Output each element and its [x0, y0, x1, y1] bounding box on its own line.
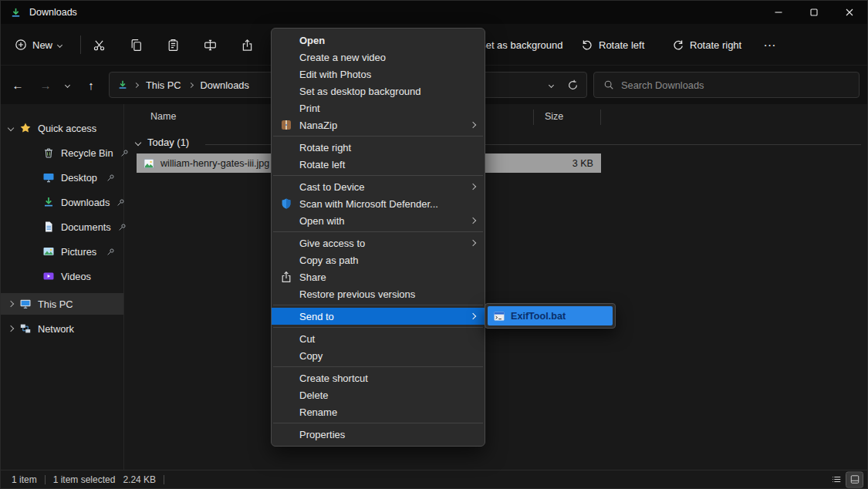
- sidebar-item-this-pc[interactable]: This PC: [1, 293, 123, 315]
- context-menu-item-open[interactable]: Open: [272, 32, 485, 49]
- sidebar-item-label: Documents: [61, 221, 111, 233]
- sidebar-item-label: Downloads: [61, 197, 110, 208]
- context-menu-item-copy-as-path[interactable]: Copy as path: [272, 251, 485, 268]
- context-menu-item-copy[interactable]: Copy: [272, 347, 485, 364]
- file-name: william-henry-gates-iii.jpg: [160, 158, 269, 169]
- sidebar-item-network[interactable]: Network: [1, 318, 123, 339]
- context-menu-item-nanazip[interactable]: NanaZip: [272, 116, 485, 133]
- sidebar-item-downloads[interactable]: Downloads: [1, 191, 123, 213]
- up-button[interactable]: ↑: [80, 72, 102, 98]
- file-explorer-window: Downloads New Set as background Rotate l…: [0, 0, 868, 489]
- pin-icon: [106, 173, 116, 183]
- titlebar: Downloads: [1, 1, 867, 24]
- details-view-icon: [831, 474, 842, 485]
- submenu-item-exiftool-bat[interactable]: ExifTool.bat: [488, 306, 613, 325]
- menu-item-label: Edit with Photos: [299, 69, 371, 80]
- context-menu-item-share[interactable]: Share: [272, 268, 485, 285]
- submenu-arrow-icon: [470, 184, 476, 190]
- menu-separator: [273, 366, 483, 367]
- maximize-button[interactable]: [796, 1, 832, 24]
- sidebar-item-documents[interactable]: Documents: [1, 216, 123, 238]
- status-bar: 1 item 1 item selected 2.24 KB: [1, 470, 867, 488]
- recent-locations-button[interactable]: [59, 72, 75, 98]
- group-collapse-chevron-icon[interactable]: [135, 139, 141, 145]
- context-menu-item-give-access-to[interactable]: Give access to: [272, 234, 485, 251]
- copy-button[interactable]: [122, 31, 150, 59]
- address-dropdown-icon[interactable]: [549, 82, 554, 87]
- close-button[interactable]: [832, 1, 867, 24]
- set-as-background-button[interactable]: Set as background: [479, 31, 562, 59]
- context-menu-item-open-with[interactable]: Open with: [272, 212, 485, 229]
- context-menu-item-rotate-left[interactable]: Rotate left: [272, 156, 485, 173]
- menu-item-label: Cut: [299, 333, 315, 345]
- submenu-arrow-icon: [470, 240, 476, 246]
- rotate-right-icon: [672, 39, 684, 51]
- context-menu-item-edit-with-photos[interactable]: Edit with Photos: [272, 66, 485, 83]
- sidebar-item-recycle-bin[interactable]: Recycle Bin: [1, 142, 123, 164]
- rotate-left-icon: [581, 39, 593, 51]
- context-menu-item-delete[interactable]: Delete: [272, 386, 485, 403]
- cut-button[interactable]: [85, 31, 113, 59]
- rotate-right-button[interactable]: Rotate right: [672, 31, 741, 59]
- expander-chevron-icon[interactable]: [8, 301, 14, 307]
- search-input[interactable]: [621, 79, 849, 91]
- search-box: [593, 72, 860, 98]
- context-menu-item-restore-previous-versions[interactable]: Restore previous versions: [272, 285, 485, 302]
- file-list: william-henry-gates-iii.jpg3 KB: [125, 104, 867, 470]
- sidebar-item-quick-access[interactable]: Quick access: [1, 117, 123, 139]
- menu-item-label: Print: [299, 103, 320, 114]
- window-controls: [761, 1, 867, 24]
- submenu-item-label: ExifTool.bat: [511, 311, 566, 322]
- menu-item-label: Rotate left: [299, 159, 345, 170]
- see-more-button[interactable]: …: [757, 31, 782, 59]
- menu-item-label: Open with: [299, 215, 345, 227]
- window-title: Downloads: [29, 7, 77, 18]
- context-menu-item-set-as-desktop-background[interactable]: Set as desktop background: [272, 83, 485, 99]
- group-header-today[interactable]: Today (1): [136, 137, 189, 148]
- rotate-left-button[interactable]: Rotate left: [581, 31, 644, 59]
- sidebar-item-desktop[interactable]: Desktop: [1, 167, 123, 188]
- sidebar-item-pictures[interactable]: Pictures: [1, 241, 123, 262]
- refresh-icon[interactable]: [567, 79, 579, 91]
- sidebar-item-label: Network: [38, 323, 74, 335]
- context-menu-item-scan-with-microsoft-defender[interactable]: Scan with Microsoft Defender...: [272, 195, 485, 212]
- share-button[interactable]: [233, 31, 261, 59]
- expander-chevron-icon[interactable]: [8, 125, 14, 131]
- thumbnail-view-button[interactable]: [846, 472, 863, 487]
- menu-separator: [273, 305, 483, 305]
- breadcrumb-this-pc[interactable]: This PC: [144, 79, 183, 91]
- context-menu-item-send-to[interactable]: Send to: [272, 308, 485, 325]
- star-icon: [19, 122, 32, 134]
- paste-button[interactable]: [159, 31, 187, 59]
- menu-item-label: Create shortcut: [299, 373, 368, 384]
- rename-button[interactable]: [196, 31, 224, 59]
- context-menu-item-create-a-new-video[interactable]: Create a new video: [272, 49, 485, 66]
- context-menu-item-create-shortcut[interactable]: Create shortcut: [272, 369, 485, 386]
- context-menu-item-rename[interactable]: Rename: [272, 403, 485, 420]
- back-button[interactable]: ←: [7, 72, 29, 98]
- new-button-label: New: [32, 39, 52, 51]
- chevron-down-icon: [64, 82, 69, 87]
- minimize-icon: [772, 6, 785, 19]
- sidebar-item-videos[interactable]: Videos: [1, 265, 123, 287]
- context-menu-item-cast-to-device[interactable]: Cast to Device: [272, 178, 485, 195]
- details-view-button[interactable]: [828, 472, 844, 487]
- sidebar: Quick accessRecycle BinDesktopDownloadsD…: [1, 104, 124, 470]
- rotate-left-label: Rotate left: [599, 39, 644, 51]
- menu-item-label: Scan with Microsoft Defender...: [299, 198, 438, 210]
- context-menu-item-print[interactable]: Print: [272, 99, 485, 116]
- new-button[interactable]: New: [8, 31, 68, 59]
- menu-item-label: Copy: [299, 350, 323, 362]
- context-menu-item-cut[interactable]: Cut: [272, 330, 485, 347]
- menu-separator: [273, 423, 483, 423]
- network-icon: [19, 322, 32, 335]
- context-menu-item-properties[interactable]: Properties: [272, 426, 485, 443]
- breadcrumb-downloads[interactable]: Downloads: [199, 79, 251, 91]
- image-file-icon: [143, 157, 155, 170]
- forward-button[interactable]: →: [35, 72, 56, 98]
- share-icon: [241, 39, 254, 52]
- context-menu-item-rotate-right[interactable]: Rotate right: [272, 139, 485, 156]
- expander-chevron-icon[interactable]: [8, 325, 14, 332]
- sidebar-item-label: This PC: [38, 298, 73, 310]
- minimize-button[interactable]: [761, 1, 796, 24]
